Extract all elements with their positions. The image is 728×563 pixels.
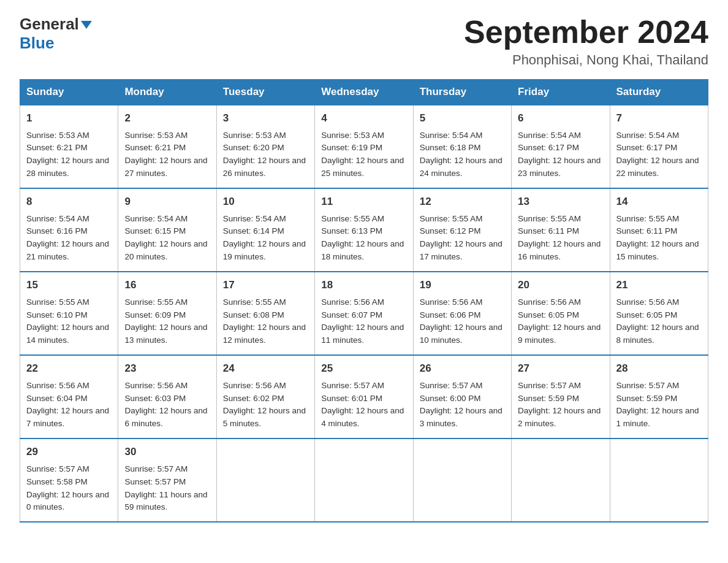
calendar-cell: 11Sunrise: 5:55 AMSunset: 6:13 PMDayligh… xyxy=(315,188,413,272)
calendar-cell: 25Sunrise: 5:57 AMSunset: 6:01 PMDayligh… xyxy=(315,355,413,439)
daylight-text: Daylight: 12 hours and 10 minutes. xyxy=(420,323,502,345)
day-number: 4 xyxy=(321,110,406,126)
daylight-text: Daylight: 12 hours and 4 minutes. xyxy=(321,406,404,428)
calendar-subtitle: Phonphisai, Nong Khai, Thailand xyxy=(464,52,708,68)
daylight-text: Daylight: 12 hours and 0 minutes. xyxy=(26,490,109,512)
daylight-text: Daylight: 12 hours and 8 minutes. xyxy=(616,323,699,345)
sunset-text: Sunset: 6:21 PM xyxy=(26,143,88,152)
day-number: 28 xyxy=(616,361,702,377)
sunrise-text: Sunrise: 5:54 AM xyxy=(518,131,581,140)
sunrise-text: Sunrise: 5:57 AM xyxy=(26,464,89,473)
sunset-text: Sunset: 6:02 PM xyxy=(223,394,284,403)
day-number: 17 xyxy=(223,277,308,293)
sunset-text: Sunset: 6:18 PM xyxy=(420,143,481,152)
daylight-text: Daylight: 12 hours and 2 minutes. xyxy=(518,406,601,428)
sunrise-text: Sunrise: 5:54 AM xyxy=(420,131,483,140)
sunrise-text: Sunrise: 5:56 AM xyxy=(616,297,680,307)
calendar-cell: 27Sunrise: 5:57 AMSunset: 5:59 PMDayligh… xyxy=(512,355,610,439)
daylight-text: Daylight: 11 hours and 59 minutes. xyxy=(124,490,207,512)
sunset-text: Sunset: 5:59 PM xyxy=(518,394,579,403)
daylight-text: Daylight: 12 hours and 27 minutes. xyxy=(124,156,207,178)
day-header-tuesday: Tuesday xyxy=(216,80,314,105)
calendar-header-row: SundayMondayTuesdayWednesdayThursdayFrid… xyxy=(20,80,708,105)
calendar-cell: 3Sunrise: 5:53 AMSunset: 6:20 PMDaylight… xyxy=(216,105,314,188)
day-header-thursday: Thursday xyxy=(413,80,511,105)
sunrise-text: Sunrise: 5:55 AM xyxy=(223,297,286,307)
logo-general: General xyxy=(20,15,79,34)
logo: General Blue xyxy=(20,15,92,53)
day-number: 23 xyxy=(124,361,210,377)
day-header-friday: Friday xyxy=(512,80,610,105)
calendar-cell: 1Sunrise: 5:53 AMSunset: 6:21 PMDaylight… xyxy=(20,105,118,188)
sunrise-text: Sunrise: 5:53 AM xyxy=(26,131,89,140)
sunset-text: Sunset: 6:10 PM xyxy=(26,310,88,320)
calendar-cell: 13Sunrise: 5:55 AMSunset: 6:11 PMDayligh… xyxy=(512,188,610,272)
day-number: 7 xyxy=(616,110,702,126)
daylight-text: Daylight: 12 hours and 26 minutes. xyxy=(223,156,306,178)
daylight-text: Daylight: 12 hours and 22 minutes. xyxy=(616,156,699,178)
sunset-text: Sunset: 6:17 PM xyxy=(616,143,678,152)
sunset-text: Sunset: 5:58 PM xyxy=(26,477,88,486)
daylight-text: Daylight: 12 hours and 7 minutes. xyxy=(26,406,109,428)
calendar-cell: 26Sunrise: 5:57 AMSunset: 6:00 PMDayligh… xyxy=(413,355,511,439)
daylight-text: Daylight: 12 hours and 14 minutes. xyxy=(26,323,109,345)
calendar-week-row: 22Sunrise: 5:56 AMSunset: 6:04 PMDayligh… xyxy=(20,355,708,439)
calendar-cell: 22Sunrise: 5:56 AMSunset: 6:04 PMDayligh… xyxy=(20,355,118,439)
day-number: 15 xyxy=(26,277,112,293)
sunrise-text: Sunrise: 5:55 AM xyxy=(616,214,680,223)
sunset-text: Sunset: 5:57 PM xyxy=(124,477,186,486)
sunrise-text: Sunrise: 5:54 AM xyxy=(616,131,680,140)
daylight-text: Daylight: 12 hours and 21 minutes. xyxy=(26,239,109,261)
calendar-title: September 2024 xyxy=(464,15,708,50)
daylight-text: Daylight: 12 hours and 23 minutes. xyxy=(518,156,601,178)
sunset-text: Sunset: 6:11 PM xyxy=(518,226,579,236)
daylight-text: Daylight: 12 hours and 18 minutes. xyxy=(321,239,404,261)
daylight-text: Daylight: 12 hours and 28 minutes. xyxy=(26,156,109,178)
sunrise-text: Sunrise: 5:56 AM xyxy=(223,381,286,390)
sunset-text: Sunset: 6:19 PM xyxy=(321,143,382,152)
daylight-text: Daylight: 12 hours and 15 minutes. xyxy=(616,239,699,261)
sunset-text: Sunset: 6:14 PM xyxy=(223,226,284,236)
title-block: September 2024 Phonphisai, Nong Khai, Th… xyxy=(464,15,708,68)
day-number: 11 xyxy=(321,194,406,210)
daylight-text: Daylight: 12 hours and 5 minutes. xyxy=(223,406,306,428)
calendar-cell: 15Sunrise: 5:55 AMSunset: 6:10 PMDayligh… xyxy=(20,272,118,355)
day-number: 6 xyxy=(518,110,603,126)
calendar-cell: 21Sunrise: 5:56 AMSunset: 6:05 PMDayligh… xyxy=(610,272,708,355)
sunset-text: Sunset: 6:15 PM xyxy=(124,226,186,236)
sunrise-text: Sunrise: 5:57 AM xyxy=(616,381,680,390)
sunrise-text: Sunrise: 5:54 AM xyxy=(124,214,188,223)
calendar-cell xyxy=(315,439,413,522)
calendar-cell: 29Sunrise: 5:57 AMSunset: 5:58 PMDayligh… xyxy=(20,439,118,522)
sunrise-text: Sunrise: 5:53 AM xyxy=(321,131,384,140)
day-number: 29 xyxy=(26,444,112,460)
sunrise-text: Sunrise: 5:54 AM xyxy=(223,214,286,223)
day-header-saturday: Saturday xyxy=(610,80,708,105)
daylight-text: Daylight: 12 hours and 1 minute. xyxy=(616,406,699,428)
daylight-text: Daylight: 12 hours and 24 minutes. xyxy=(420,156,502,178)
sunrise-text: Sunrise: 5:53 AM xyxy=(124,131,188,140)
sunset-text: Sunset: 6:06 PM xyxy=(420,310,481,320)
day-number: 16 xyxy=(124,277,210,293)
sunset-text: Sunset: 6:07 PM xyxy=(321,310,382,320)
day-number: 26 xyxy=(420,361,505,377)
sunset-text: Sunset: 6:12 PM xyxy=(420,226,481,236)
logo-blue: Blue xyxy=(20,34,92,53)
sunset-text: Sunset: 6:16 PM xyxy=(26,226,88,236)
sunrise-text: Sunrise: 5:57 AM xyxy=(420,381,483,390)
daylight-text: Daylight: 12 hours and 13 minutes. xyxy=(124,323,207,345)
daylight-text: Daylight: 12 hours and 6 minutes. xyxy=(124,406,207,428)
calendar-cell: 28Sunrise: 5:57 AMSunset: 5:59 PMDayligh… xyxy=(610,355,708,439)
sunset-text: Sunset: 6:03 PM xyxy=(124,394,186,403)
sunset-text: Sunset: 6:11 PM xyxy=(616,226,678,236)
sunrise-text: Sunrise: 5:55 AM xyxy=(518,214,581,223)
sunrise-text: Sunrise: 5:57 AM xyxy=(518,381,581,390)
page-header: General Blue September 2024 Phonphisai, … xyxy=(20,15,708,68)
calendar-cell: 24Sunrise: 5:56 AMSunset: 6:02 PMDayligh… xyxy=(216,355,314,439)
daylight-text: Daylight: 12 hours and 3 minutes. xyxy=(420,406,502,428)
sunset-text: Sunset: 6:17 PM xyxy=(518,143,579,152)
sunset-text: Sunset: 6:08 PM xyxy=(223,310,284,320)
calendar-cell xyxy=(610,439,708,522)
sunrise-text: Sunrise: 5:57 AM xyxy=(124,464,188,473)
day-number: 27 xyxy=(518,361,603,377)
